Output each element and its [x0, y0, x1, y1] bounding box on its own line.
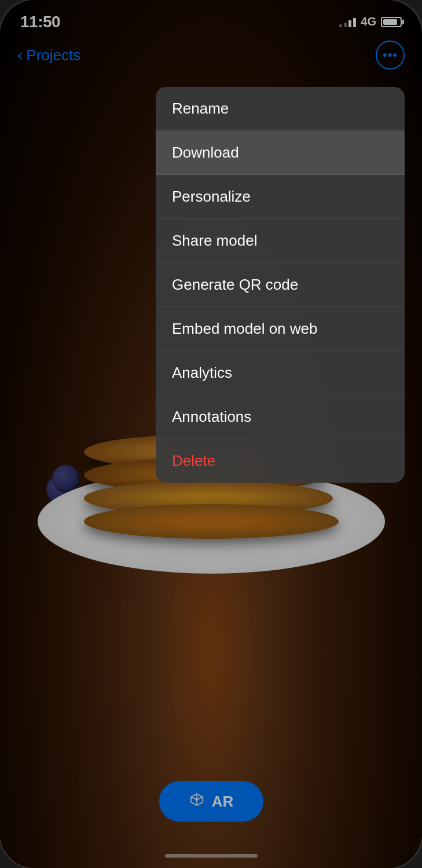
menu-item-download-label: Download [172, 144, 239, 161]
menu-item-annotations-label: Annotations [172, 408, 251, 425]
menu-item-personalize[interactable]: Personalize [156, 175, 405, 219]
menu-item-generate-qr-label: Generate QR code [172, 276, 298, 293]
menu-item-analytics[interactable]: Analytics [156, 351, 405, 395]
menu-item-download[interactable]: Download [156, 131, 405, 175]
menu-item-generate-qr[interactable]: Generate QR code [156, 263, 405, 307]
menu-item-embed-web-label: Embed model on web [172, 320, 317, 337]
menu-item-delete[interactable]: Delete [156, 439, 405, 483]
menu-item-rename[interactable]: Rename [156, 87, 405, 131]
menu-item-rename-label: Rename [172, 100, 229, 117]
menu-item-share-model[interactable]: Share model [156, 219, 405, 263]
context-menu: Rename Download Personalize Share model … [156, 87, 405, 483]
menu-item-embed-web[interactable]: Embed model on web [156, 307, 405, 351]
menu-item-annotations[interactable]: Annotations [156, 395, 405, 439]
phone-frame: 11:50 4G ‹ Projects ••• Rename [0, 0, 422, 868]
menu-item-delete-label: Delete [172, 452, 215, 469]
menu-item-share-model-label: Share model [172, 232, 257, 249]
menu-item-analytics-label: Analytics [172, 364, 232, 381]
menu-item-personalize-label: Personalize [172, 188, 251, 205]
